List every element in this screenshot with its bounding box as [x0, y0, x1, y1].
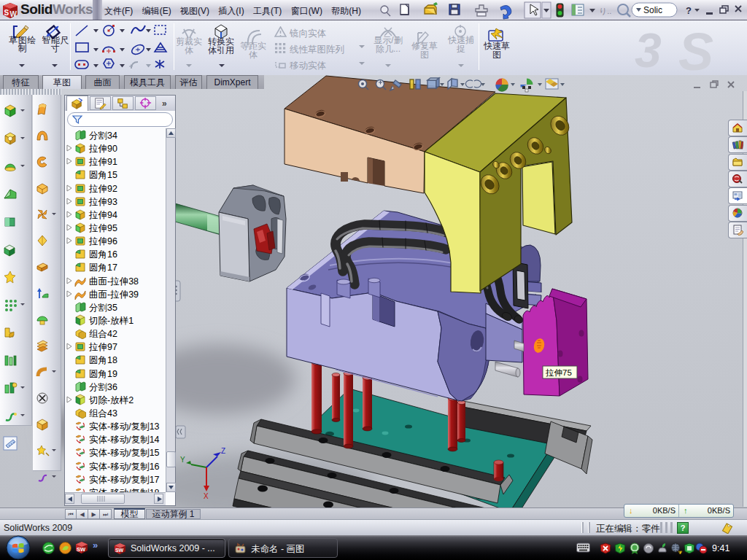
svg-text:3: 3 — [635, 23, 662, 74]
svg-text:拉伸75: 拉伸75 — [545, 368, 572, 377]
svg-text:SW: SW — [115, 548, 124, 553]
svg-text:り..: り.. — [599, 7, 611, 15]
svg-text:X: X — [204, 492, 209, 500]
svg-text:Z: Z — [221, 447, 225, 455]
svg-text:W: W — [10, 10, 18, 18]
svg-text:S: S — [4, 9, 9, 17]
svg-text:!: ! — [678, 549, 680, 553]
svg-text:Y: Y — [180, 456, 185, 464]
svg-text:S: S — [678, 23, 713, 74]
svg-text:Solic: Solic — [643, 5, 662, 15]
svg-text:?: ? — [686, 5, 692, 16]
svg-text:SW: SW — [77, 546, 86, 553]
